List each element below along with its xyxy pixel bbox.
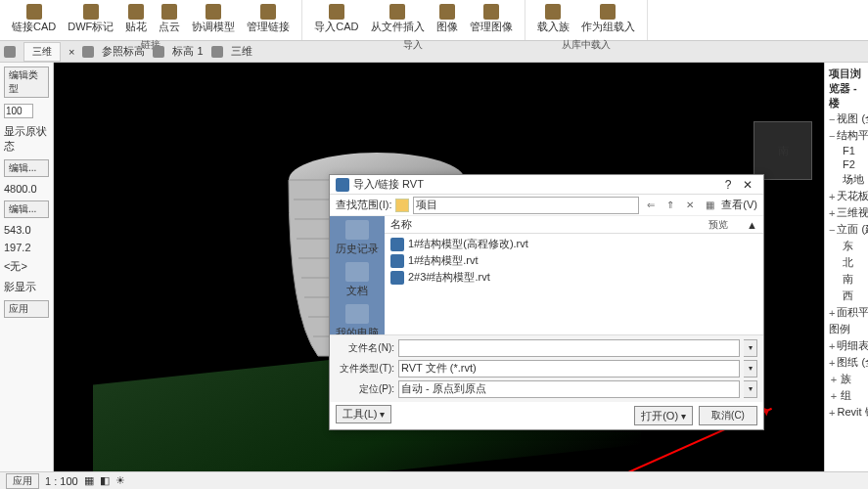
tree-item[interactable]: 场地 [829, 171, 864, 188]
side-history[interactable]: 历史记录 [336, 220, 379, 256]
tree-item[interactable]: −立面 (建 [829, 221, 864, 238]
dialog-bottom: 文件名(N): ▾ 文件类型(T): RVT 文件 (*.rvt) ▾ 定位(P… [330, 334, 763, 402]
ribbon-btn[interactable]: 从文件插入 [367, 2, 429, 36]
tree-item[interactable]: +Revit 链接 [829, 404, 864, 421]
ribbon-btn[interactable]: 协调模型 [188, 2, 239, 36]
rvt-icon [390, 238, 404, 251]
dropdown-icon[interactable]: ▾ [744, 339, 757, 357]
fromfile-icon [389, 4, 405, 20]
tree-item[interactable]: +明细表/数 [829, 337, 864, 354]
scale-display[interactable]: 1 : 100 [45, 475, 78, 487]
ribbon-btn[interactable]: 管理链接 [243, 2, 294, 36]
ribbon-group-label: 从库中载入 [562, 38, 611, 52]
rvt-icon [390, 254, 404, 268]
tool-icon[interactable]: ☀ [115, 474, 125, 487]
tree-item[interactable]: 东 [829, 238, 864, 254]
lookin-combo[interactable]: 项目 [413, 197, 639, 214]
open-button[interactable]: 打开(O) ▾ [634, 406, 693, 425]
loadfam-icon [545, 4, 561, 20]
revit-icon [336, 178, 349, 192]
ribbon-group-import: 导入CAD 从文件插入 图像 管理图像 导入 [302, 0, 525, 40]
tool-icon[interactable]: ◧ [100, 474, 110, 487]
edit-button[interactable]: 编辑... [4, 200, 49, 218]
tree-item[interactable]: 西 [829, 288, 864, 304]
tree-item[interactable]: F2 [829, 157, 864, 171]
ribbon: 链接CAD DWF标记 贴花 点云 协调模型 管理链接 链接 导入CAD 从文件… [0, 0, 868, 41]
ribbon-btn[interactable]: 点云 [155, 2, 184, 36]
filename-input[interactable] [398, 339, 740, 357]
properties-panel: 编辑类型 显示原状态 编辑... 4800.0 编辑... 543.0 197.… [0, 63, 54, 471]
tree-item[interactable]: +面积平面 [829, 304, 864, 321]
tree-root[interactable]: −视图 (全 [829, 111, 864, 127]
tree-item[interactable]: +族 [829, 371, 864, 387]
import-link-dialog: 导入/链接 RVT ? ✕ 查找范围(I): 项目 ⇐ ⇑ ✕ ▦ 查看(V) … [329, 174, 764, 430]
ribbon-btn[interactable]: 管理图像 [466, 2, 517, 36]
file-item[interactable]: 2#3#结构模型.rvt [388, 269, 759, 286]
dropdown-icon[interactable]: ▾ [744, 360, 757, 378]
edit-button[interactable]: 编辑... [4, 159, 49, 177]
tree-item[interactable]: 北 [829, 254, 864, 271]
file-item[interactable]: 1#结构模型.rvt [388, 252, 759, 269]
scale-input[interactable] [4, 104, 33, 118]
filetype-combo[interactable]: RVT 文件 (*.rvt) [398, 360, 740, 378]
ribbon-btn[interactable]: 图像 [433, 2, 462, 36]
apply-button[interactable]: 应用 [6, 473, 39, 489]
ribbon-group-load: 载入族 作为组载入 从库中载入 [525, 0, 648, 40]
browser-title: 项目浏览器 - 楼 [829, 67, 864, 111]
view-icon[interactable] [211, 46, 223, 58]
list-header[interactable]: 名称▲ [385, 216, 763, 234]
view-icon[interactable] [82, 46, 94, 58]
link-icon [26, 4, 42, 20]
apply-button[interactable]: 应用 [4, 300, 49, 318]
tree-item[interactable]: 图例 [829, 321, 864, 337]
filename-label: 文件名(N): [336, 341, 394, 355]
folder-icon [395, 199, 409, 212]
views-label[interactable]: 查看(V) [721, 198, 757, 212]
lookin-label: 查找范围(I): [336, 198, 391, 212]
dialog-actions: 打开(O) ▾ 取消(C) [330, 402, 763, 429]
tree-item[interactable]: −结构平面 [829, 127, 864, 144]
newfolder-icon[interactable]: ▦ [702, 198, 717, 213]
manage-icon [260, 4, 276, 20]
back-icon[interactable]: ⇐ [643, 198, 659, 213]
ribbon-btn[interactable]: 贴花 [121, 2, 151, 36]
ribbon-btn[interactable]: 导入CAD [310, 2, 362, 36]
home-icon[interactable] [4, 46, 16, 58]
tab-3d[interactable]: 三维 [23, 42, 61, 62]
cancel-button[interactable]: 取消(C) [699, 406, 757, 425]
ribbon-btn[interactable]: 链接CAD [8, 2, 60, 36]
none-label: <无> [4, 259, 49, 274]
side-mycomputer[interactable]: 我的电脑 [336, 304, 379, 334]
file-list: 名称▲ 1#结构模型(高程修改).rvt 1#结构模型.rvt 2#3#结构模型… [385, 216, 763, 334]
view-icon[interactable] [153, 46, 164, 58]
tree-item[interactable]: 南 [829, 271, 864, 288]
tools-button[interactable]: 工具(L) ▾ [336, 405, 391, 423]
side-documents[interactable]: 文档 [345, 262, 369, 298]
up-icon[interactable]: ⇑ [662, 198, 678, 213]
edit-type-button[interactable]: 编辑类型 [4, 67, 49, 98]
tool-icon[interactable]: ▦ [84, 474, 94, 487]
coord-icon [206, 4, 221, 20]
viewcube[interactable]: 南 [754, 121, 812, 180]
dropdown-icon[interactable]: ▾ [744, 380, 757, 398]
history-icon [345, 220, 369, 240]
ribbon-btn[interactable]: 作为组载入 [577, 2, 639, 36]
rvt-icon [390, 271, 404, 285]
tree-item[interactable]: +三维视图 [829, 204, 864, 221]
positioning-combo[interactable]: 自动 - 原点到原点 [398, 380, 740, 398]
dialog-sidebar: 历史记录 文档 我的电脑 我的 收藏夹 桌面 [330, 216, 385, 334]
file-item[interactable]: 1#结构模型(高程修改).rvt [388, 236, 759, 252]
tree-item[interactable]: +图纸 (全 [829, 354, 864, 371]
ribbon-btn[interactable]: DWF标记 [64, 2, 117, 36]
close-icon[interactable]: × [69, 46, 74, 58]
help-button[interactable]: ? [718, 178, 738, 192]
ribbon-btn[interactable]: 载入族 [533, 2, 573, 36]
delete-icon[interactable]: ✕ [682, 198, 698, 213]
tree-item[interactable]: +组 [829, 387, 864, 404]
value-label: 543.0 [4, 224, 49, 236]
tree-item[interactable]: F1 [829, 144, 864, 157]
close-button[interactable]: ✕ [738, 178, 757, 192]
tree-item[interactable]: +天花板 [829, 188, 864, 204]
value-label: 197.2 [4, 242, 49, 253]
dialog-title: 导入/链接 RVT [353, 177, 424, 192]
